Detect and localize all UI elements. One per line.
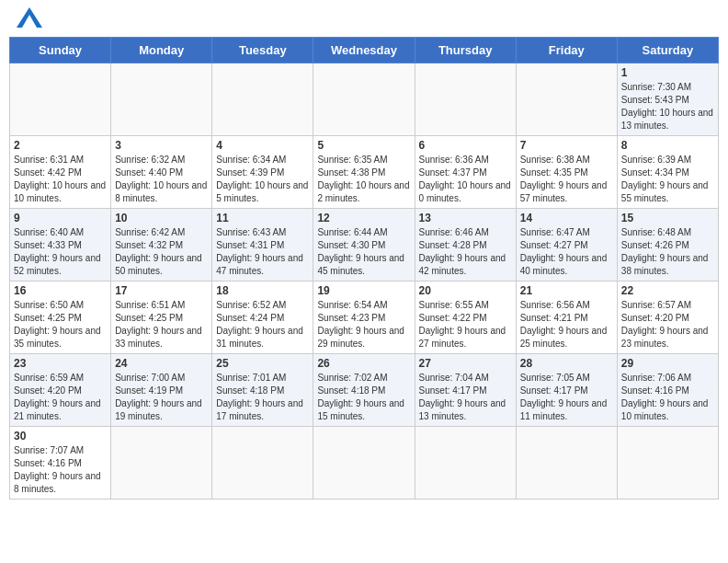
day-number: 2	[14, 139, 107, 152]
day-info: Sunrise: 6:47 AM Sunset: 4:27 PM Dayligh…	[520, 226, 613, 278]
header-friday: Friday	[516, 38, 617, 63]
day-number: 27	[419, 357, 512, 370]
calendar-cell: 14Sunrise: 6:47 AM Sunset: 4:27 PM Dayli…	[516, 209, 617, 282]
day-info: Sunrise: 6:48 AM Sunset: 4:26 PM Dayligh…	[621, 226, 714, 278]
calendar-cell	[617, 427, 718, 500]
day-number: 26	[317, 357, 410, 370]
calendar-cell: 20Sunrise: 6:55 AM Sunset: 4:22 PM Dayli…	[415, 282, 516, 354]
day-number: 8	[621, 139, 714, 152]
day-number: 23	[14, 357, 107, 370]
calendar-week-row: 9Sunrise: 6:40 AM Sunset: 4:33 PM Daylig…	[10, 209, 719, 282]
day-number: 28	[520, 357, 613, 370]
day-number: 11	[216, 212, 309, 224]
day-info: Sunrise: 6:59 AM Sunset: 4:20 PM Dayligh…	[14, 372, 107, 423]
calendar-cell	[111, 427, 212, 500]
day-info: Sunrise: 6:40 AM Sunset: 4:33 PM Dayligh…	[14, 226, 107, 278]
day-number: 30	[14, 430, 107, 442]
calendar-cell: 29Sunrise: 7:06 AM Sunset: 4:16 PM Dayli…	[617, 354, 718, 427]
calendar-cell: 24Sunrise: 7:00 AM Sunset: 4:19 PM Dayli…	[111, 354, 212, 427]
calendar-week-row: 16Sunrise: 6:50 AM Sunset: 4:25 PM Dayli…	[10, 282, 719, 354]
day-number: 25	[216, 357, 309, 370]
day-info: Sunrise: 6:42 AM Sunset: 4:32 PM Dayligh…	[115, 226, 208, 278]
day-number: 14	[520, 212, 613, 224]
day-number: 17	[115, 284, 208, 297]
day-info: Sunrise: 6:34 AM Sunset: 4:39 PM Dayligh…	[216, 154, 309, 205]
calendar-cell: 6Sunrise: 6:36 AM Sunset: 4:37 PM Daylig…	[415, 136, 516, 209]
calendar-cell: 23Sunrise: 6:59 AM Sunset: 4:20 PM Dayli…	[10, 354, 111, 427]
day-number: 24	[115, 357, 208, 370]
header-thursday: Thursday	[415, 38, 516, 63]
day-info: Sunrise: 6:46 AM Sunset: 4:28 PM Dayligh…	[419, 226, 512, 278]
calendar-cell	[516, 427, 617, 500]
calendar-cell: 9Sunrise: 6:40 AM Sunset: 4:33 PM Daylig…	[10, 209, 111, 282]
day-info: Sunrise: 6:52 AM Sunset: 4:24 PM Dayligh…	[216, 299, 309, 350]
day-number: 1	[621, 66, 714, 79]
day-info: Sunrise: 6:54 AM Sunset: 4:23 PM Dayligh…	[317, 299, 410, 350]
day-info: Sunrise: 7:02 AM Sunset: 4:18 PM Dayligh…	[317, 372, 410, 423]
header-tuesday: Tuesday	[212, 38, 313, 63]
day-info: Sunrise: 6:36 AM Sunset: 4:37 PM Dayligh…	[419, 154, 512, 205]
calendar-cell: 11Sunrise: 6:43 AM Sunset: 4:31 PM Dayli…	[212, 209, 313, 282]
day-info: Sunrise: 6:31 AM Sunset: 4:42 PM Dayligh…	[14, 154, 107, 205]
day-info: Sunrise: 6:50 AM Sunset: 4:25 PM Dayligh…	[14, 299, 107, 350]
calendar-cell: 5Sunrise: 6:35 AM Sunset: 4:38 PM Daylig…	[313, 136, 415, 209]
calendar-cell	[516, 63, 617, 136]
day-info: Sunrise: 6:57 AM Sunset: 4:20 PM Dayligh…	[621, 299, 714, 350]
day-number: 29	[621, 357, 714, 370]
calendar-table: Sunday Monday Tuesday Wednesday Thursday…	[9, 37, 719, 500]
day-info: Sunrise: 7:05 AM Sunset: 4:17 PM Dayligh…	[520, 372, 613, 423]
calendar-cell: 13Sunrise: 6:46 AM Sunset: 4:28 PM Dayli…	[415, 209, 516, 282]
calendar-cell	[313, 427, 415, 500]
calendar-cell: 7Sunrise: 6:38 AM Sunset: 4:35 PM Daylig…	[516, 136, 617, 209]
day-number: 4	[216, 139, 309, 152]
day-info: Sunrise: 7:01 AM Sunset: 4:18 PM Dayligh…	[216, 372, 309, 423]
day-number: 22	[621, 284, 714, 297]
calendar-cell: 22Sunrise: 6:57 AM Sunset: 4:20 PM Dayli…	[617, 282, 718, 354]
calendar-cell: 18Sunrise: 6:52 AM Sunset: 4:24 PM Dayli…	[212, 282, 313, 354]
header-monday: Monday	[111, 38, 212, 63]
day-number: 12	[317, 212, 410, 224]
calendar-cell: 21Sunrise: 6:56 AM Sunset: 4:21 PM Dayli…	[516, 282, 617, 354]
day-info: Sunrise: 7:07 AM Sunset: 4:16 PM Dayligh…	[14, 444, 107, 496]
calendar-cell	[415, 427, 516, 500]
calendar-week-row: 23Sunrise: 6:59 AM Sunset: 4:20 PM Dayli…	[10, 354, 719, 427]
calendar-cell: 27Sunrise: 7:04 AM Sunset: 4:17 PM Dayli…	[415, 354, 516, 427]
day-number: 15	[621, 212, 714, 224]
calendar-cell: 26Sunrise: 7:02 AM Sunset: 4:18 PM Dayli…	[313, 354, 415, 427]
day-number: 3	[115, 139, 208, 152]
logo	[13, 9, 42, 29]
day-info: Sunrise: 7:04 AM Sunset: 4:17 PM Dayligh…	[419, 372, 512, 423]
calendar-cell: 3Sunrise: 6:32 AM Sunset: 4:40 PM Daylig…	[111, 136, 212, 209]
day-number: 20	[419, 284, 512, 297]
day-number: 19	[317, 284, 410, 297]
calendar-cell	[10, 63, 111, 136]
calendar-week-row: 30Sunrise: 7:07 AM Sunset: 4:16 PM Dayli…	[10, 427, 719, 500]
day-info: Sunrise: 7:00 AM Sunset: 4:19 PM Dayligh…	[115, 372, 208, 423]
day-number: 18	[216, 284, 309, 297]
day-number: 21	[520, 284, 613, 297]
day-number: 6	[419, 139, 512, 152]
day-info: Sunrise: 6:32 AM Sunset: 4:40 PM Dayligh…	[115, 154, 208, 205]
calendar-cell: 16Sunrise: 6:50 AM Sunset: 4:25 PM Dayli…	[10, 282, 111, 354]
calendar-cell: 30Sunrise: 7:07 AM Sunset: 4:16 PM Dayli…	[10, 427, 111, 500]
calendar-cell: 1Sunrise: 7:30 AM Sunset: 5:43 PM Daylig…	[617, 63, 718, 136]
day-info: Sunrise: 6:56 AM Sunset: 4:21 PM Dayligh…	[520, 299, 613, 350]
calendar-cell	[111, 63, 212, 136]
weekday-header-row: Sunday Monday Tuesday Wednesday Thursday…	[10, 38, 719, 63]
calendar-cell: 10Sunrise: 6:42 AM Sunset: 4:32 PM Dayli…	[111, 209, 212, 282]
day-info: Sunrise: 6:43 AM Sunset: 4:31 PM Dayligh…	[216, 226, 309, 278]
day-info: Sunrise: 6:51 AM Sunset: 4:25 PM Dayligh…	[115, 299, 208, 350]
day-info: Sunrise: 6:55 AM Sunset: 4:22 PM Dayligh…	[419, 299, 512, 350]
calendar-cell: 28Sunrise: 7:05 AM Sunset: 4:17 PM Dayli…	[516, 354, 617, 427]
day-number: 13	[419, 212, 512, 224]
day-number: 16	[14, 284, 107, 297]
header-wednesday: Wednesday	[313, 38, 415, 63]
calendar-cell: 25Sunrise: 7:01 AM Sunset: 4:18 PM Dayli…	[212, 354, 313, 427]
day-number: 9	[14, 212, 107, 224]
calendar-cell: 15Sunrise: 6:48 AM Sunset: 4:26 PM Dayli…	[617, 209, 718, 282]
day-info: Sunrise: 6:44 AM Sunset: 4:30 PM Dayligh…	[317, 226, 410, 278]
calendar-cell: 12Sunrise: 6:44 AM Sunset: 4:30 PM Dayli…	[313, 209, 415, 282]
calendar-cell: 8Sunrise: 6:39 AM Sunset: 4:34 PM Daylig…	[617, 136, 718, 209]
day-number: 10	[115, 212, 208, 224]
calendar-cell	[212, 427, 313, 500]
